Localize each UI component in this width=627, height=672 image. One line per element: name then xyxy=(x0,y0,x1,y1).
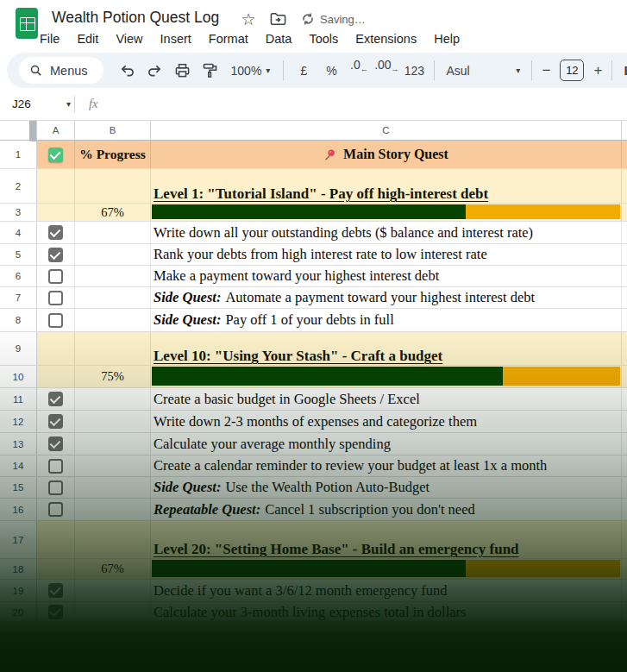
cell-D13[interactable] xyxy=(622,433,627,455)
row-header-7[interactable]: 7 xyxy=(0,287,37,308)
cell-C4[interactable]: Write down all your outstanding debts ($… xyxy=(151,222,622,243)
cell-D12[interactable] xyxy=(622,411,627,432)
more-formats-button[interactable]: 123 xyxy=(400,58,428,84)
column-header-d-sliver[interactable] xyxy=(622,121,627,140)
cell-D3[interactable] xyxy=(622,204,627,221)
row-header-9[interactable]: 9 xyxy=(0,332,37,365)
menu-item-format[interactable]: Format xyxy=(200,32,257,46)
row-header-8[interactable]: 8 xyxy=(0,309,37,331)
cell-A18[interactable] xyxy=(37,559,75,579)
checkbox-row15[interactable] xyxy=(48,480,63,495)
cell-C3[interactable] xyxy=(151,204,622,221)
row-header-6[interactable]: 6 xyxy=(0,266,37,286)
checkbox-row8[interactable] xyxy=(48,313,63,328)
cell-C2[interactable]: Level 1: "Tutorial Island" - Pay off hig… xyxy=(151,169,622,203)
cell-A15[interactable] xyxy=(37,477,75,498)
row-header-14[interactable]: 14 xyxy=(0,455,37,476)
cell-A2[interactable] xyxy=(37,169,75,203)
cell-D11[interactable] xyxy=(622,388,627,410)
row-header-19[interactable]: 19 xyxy=(0,580,37,601)
decrease-font-size-button[interactable]: − xyxy=(538,62,554,79)
cell-C19[interactable]: Decide if you want a 3/6/12 month emerge… xyxy=(151,580,622,601)
row-header-20[interactable]: 20 xyxy=(0,602,37,622)
checkbox-row16[interactable] xyxy=(48,502,63,517)
cell-D5[interactable] xyxy=(622,244,627,265)
checkbox-row12[interactable] xyxy=(48,414,63,429)
checkbox-row7[interactable] xyxy=(48,291,63,305)
cell-B3[interactable]: 67% xyxy=(75,204,151,221)
cell-B16[interactable] xyxy=(75,499,151,520)
column-header-a[interactable]: A xyxy=(37,121,75,140)
undo-button[interactable] xyxy=(114,58,141,84)
cell-B7[interactable] xyxy=(75,287,151,308)
bold-button[interactable]: B xyxy=(624,63,627,78)
cell-C13[interactable]: Calculate your average monthly spending xyxy=(151,433,622,455)
increase-font-size-button[interactable]: + xyxy=(590,62,605,79)
cell-C1[interactable]: Main Story Quest xyxy=(151,141,622,168)
menu-item-file[interactable]: File xyxy=(31,32,68,46)
cell-B9[interactable] xyxy=(75,332,151,365)
menu-item-tools[interactable]: Tools xyxy=(300,32,347,46)
cell-B13[interactable] xyxy=(75,433,151,455)
cell-A20[interactable] xyxy=(37,602,75,622)
cell-D16[interactable] xyxy=(622,499,627,520)
row-header-10[interactable]: 10 xyxy=(0,366,37,387)
row-header-11[interactable]: 11 xyxy=(0,388,37,410)
cell-D14[interactable] xyxy=(622,455,627,476)
menu-item-help[interactable]: Help xyxy=(425,32,468,46)
cell-A16[interactable] xyxy=(37,499,75,520)
move-folder-icon[interactable] xyxy=(268,9,287,28)
checkbox-row14[interactable] xyxy=(48,459,63,474)
select-all-corner[interactable] xyxy=(0,121,37,140)
cell-C15[interactable]: Side Quest:Use the Wealth Potion Auto-Bu… xyxy=(151,477,622,498)
checkbox-row13[interactable] xyxy=(48,436,63,451)
cell-A8[interactable] xyxy=(37,309,75,331)
cell-A12[interactable] xyxy=(37,411,75,432)
cell-A14[interactable] xyxy=(37,455,75,476)
cell-B8[interactable] xyxy=(75,309,151,331)
redo-button[interactable] xyxy=(141,58,169,84)
checkbox-row11[interactable] xyxy=(48,392,63,406)
row-header-5[interactable]: 5 xyxy=(0,244,37,265)
cell-C10[interactable] xyxy=(151,366,622,387)
cell-D19[interactable] xyxy=(622,580,627,601)
cell-D20[interactable] xyxy=(622,602,627,622)
cell-D6[interactable] xyxy=(622,266,627,286)
row-header-3[interactable]: 3 xyxy=(0,204,37,221)
cell-B14[interactable] xyxy=(75,455,151,476)
row-header-12[interactable]: 12 xyxy=(0,411,37,432)
cell-C7[interactable]: Side Quest:Automate a payment toward you… xyxy=(151,287,622,308)
cell-A3[interactable] xyxy=(37,204,75,221)
cell-B5[interactable] xyxy=(75,244,151,265)
cell-D2[interactable] xyxy=(622,169,627,203)
row-header-16[interactable]: 16 xyxy=(0,499,37,520)
cell-A13[interactable] xyxy=(37,433,75,455)
cell-A9[interactable] xyxy=(37,332,75,365)
cell-C17[interactable]: Level 20: "Setting Home Base" - Build an… xyxy=(151,521,622,558)
checkbox-row5[interactable] xyxy=(48,248,63,262)
cell-C6[interactable]: Make a payment toward your highest inter… xyxy=(151,266,622,286)
cell-B12[interactable] xyxy=(75,411,151,432)
cell-A4[interactable] xyxy=(37,222,75,243)
menu-item-edit[interactable]: Edit xyxy=(68,32,107,46)
cell-D18[interactable] xyxy=(622,559,627,579)
format-percent-button[interactable]: % xyxy=(317,58,345,84)
menu-item-insert[interactable]: Insert xyxy=(152,32,200,46)
paint-format-button[interactable] xyxy=(197,58,224,84)
font-size-input[interactable]: 12 xyxy=(560,60,584,81)
menu-item-data[interactable]: Data xyxy=(257,32,301,46)
star-icon[interactable]: ☆ xyxy=(239,9,258,28)
font-family-selector[interactable]: Asul ▾ xyxy=(441,64,525,78)
name-box[interactable]: J26 ▾ xyxy=(0,97,71,110)
column-header-c[interactable]: C xyxy=(151,121,622,140)
cell-A5[interactable] xyxy=(37,244,75,265)
cell-B10[interactable]: 75% xyxy=(75,366,151,387)
checkbox-row1[interactable] xyxy=(48,148,63,162)
cell-A6[interactable] xyxy=(37,266,75,286)
cell-D17[interactable] xyxy=(622,521,627,558)
cell-C9[interactable]: Level 10: "Using Your Stash" - Craft a b… xyxy=(151,332,622,365)
cell-A19[interactable] xyxy=(37,580,75,601)
cell-C11[interactable]: Create a basic budget in Google Sheets /… xyxy=(151,388,622,410)
cell-B1[interactable]: % Progress xyxy=(75,141,151,168)
cell-B18[interactable]: 67% xyxy=(75,559,151,579)
